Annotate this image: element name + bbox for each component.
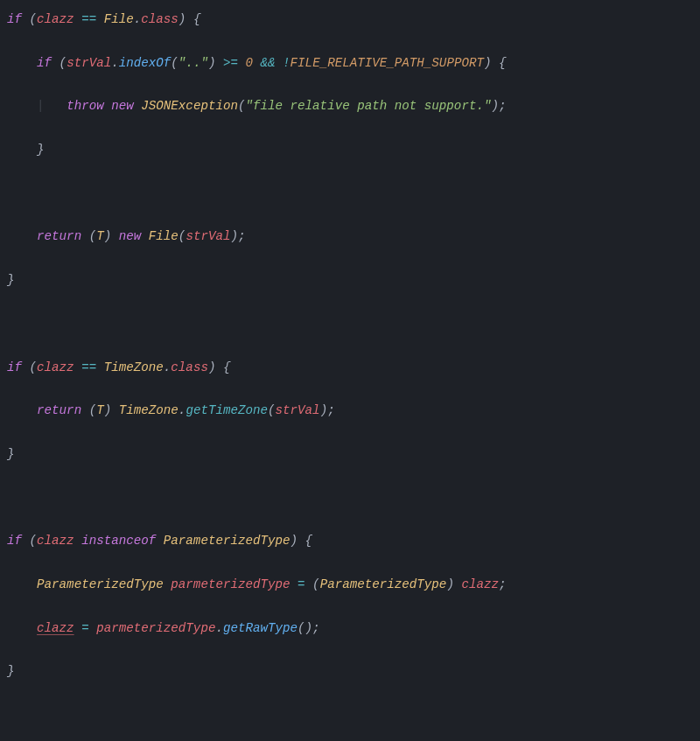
code-line: clazz = parmeterizedType.getRawType(); <box>0 618 700 640</box>
blank-line <box>0 487 700 509</box>
code-line <box>0 183 700 205</box>
code-line: if (clazz == File.class) { <box>0 9 700 31</box>
code-line: | throw new JSONException("file relative… <box>0 95 700 117</box>
code-line: } <box>0 444 700 465</box>
code-line: if (clazz == TimeZone.class) { <box>0 357 700 379</box>
code-line: } <box>0 269 700 291</box>
code-line: } <box>0 139 700 161</box>
code-line: ParameterizedType parmeterizedType = (Pa… <box>0 574 700 596</box>
code-editor-viewport: if (clazz == File.class) { if (strVal.in… <box>0 9 700 741</box>
code-line: if (clazz instanceof ParameterizedType) … <box>0 530 700 552</box>
code-line: return (T) TimeZone.getTimeZone(strVal); <box>0 400 700 422</box>
code-line: if (strVal.indexOf("..") >= 0 && !FILE_R… <box>0 52 700 74</box>
blank-line <box>0 313 700 335</box>
code-line: } <box>0 661 700 682</box>
blank-line <box>0 704 700 726</box>
code-line: return (T) new File(strVal); <box>0 226 700 248</box>
